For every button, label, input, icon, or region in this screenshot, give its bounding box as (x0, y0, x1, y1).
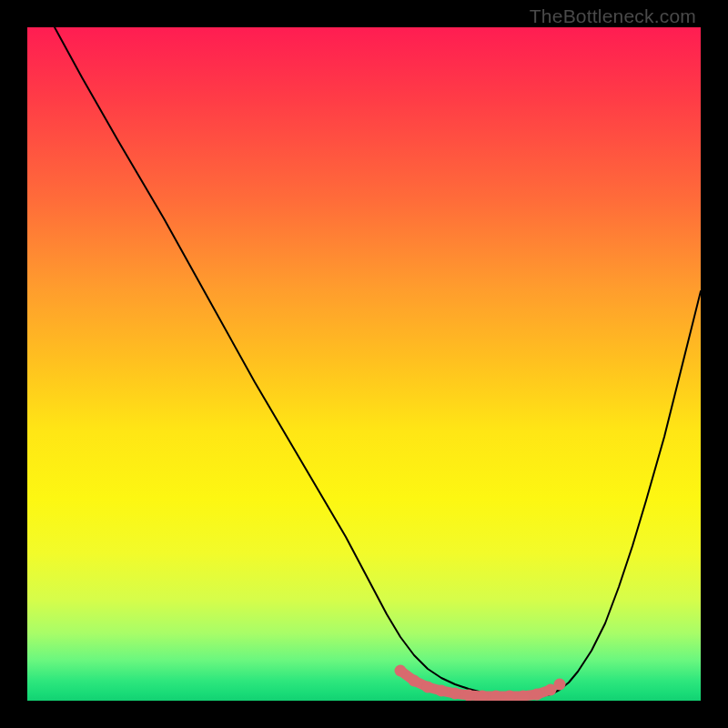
highlight-dot (436, 685, 448, 697)
chart-frame: TheBottleneck.com (0, 0, 728, 728)
highlight-dot (463, 690, 475, 702)
highlight-dot (409, 675, 420, 687)
highlight-dot (422, 682, 434, 693)
highlight-dot (531, 689, 543, 701)
highlight-dots (395, 665, 566, 702)
watermark-text: TheBottleneck.com (530, 5, 696, 27)
highlight-dot (450, 688, 461, 700)
plot-area (27, 27, 701, 701)
curve-group (55, 27, 701, 696)
curve-left-curve (55, 27, 531, 696)
curve-right-curve (531, 291, 701, 696)
highlight-line (400, 671, 551, 696)
highlight-dot-outlier (554, 679, 566, 691)
curves-layer (27, 27, 701, 701)
highlight-dot (395, 665, 407, 677)
